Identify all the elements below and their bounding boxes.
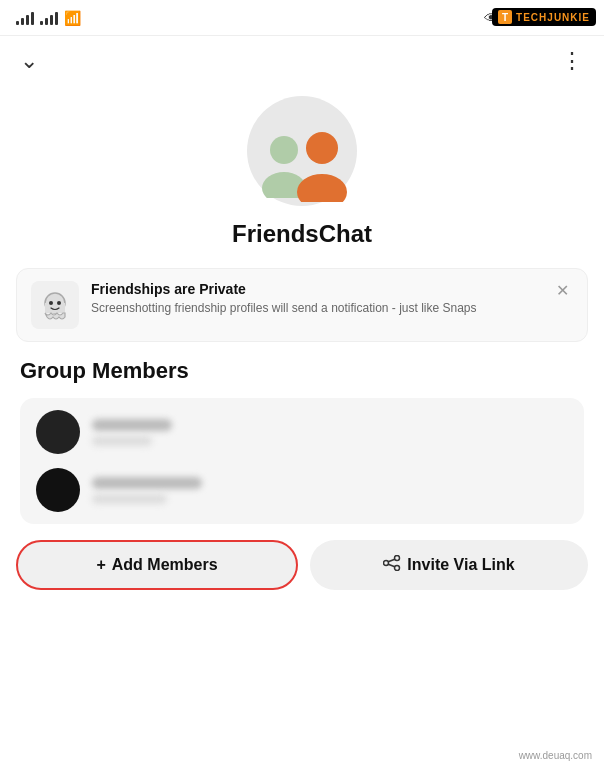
svg-line-11 [389,559,396,562]
group-avatar [247,96,357,206]
avatar-section: FriendsChat [0,86,604,268]
svg-line-12 [389,564,396,567]
member-info [92,477,568,504]
invite-via-link-label: Invite Via Link [407,556,514,574]
member-username [92,436,152,446]
svg-point-6 [49,301,53,305]
add-members-label: Add Members [112,556,218,574]
member-name [92,419,172,431]
brand-name: TECHJUNKIE [516,12,590,23]
member-info [92,419,568,446]
svg-point-3 [297,174,347,202]
invite-via-link-button[interactable]: Invite Via Link [310,540,588,590]
member-list [20,398,584,524]
svg-point-8 [395,556,400,561]
members-section: Group Members [0,358,604,524]
notification-text: Friendships are Private Screenshotting f… [91,281,540,317]
bar1 [16,21,19,25]
signal-bars-1 [16,11,34,25]
list-item[interactable] [36,468,568,512]
group-name: FriendsChat [232,220,372,248]
members-title: Group Members [20,358,584,384]
nav-bar: ⌄ ⋮ [0,36,604,86]
chevron-down-icon[interactable]: ⌄ [20,48,38,74]
bar4 [55,12,58,25]
add-members-button[interactable]: + Add Members [16,540,298,590]
invite-share-icon [383,555,401,575]
bar4 [31,12,34,25]
svg-rect-5 [45,303,65,313]
status-left: 📶 [16,10,81,26]
avatar [36,410,80,454]
bar3 [50,15,53,25]
avatar-person-orange [291,130,353,202]
list-item[interactable] [36,410,568,454]
svg-point-9 [395,566,400,571]
notification-close-button[interactable]: ✕ [552,281,573,300]
signal-bars-2 [40,11,58,25]
more-options-icon[interactable]: ⋮ [561,48,584,74]
notification-title: Friendships are Private [91,281,540,297]
action-buttons: + Add Members Invite Via Link [0,540,604,590]
svg-point-2 [306,132,338,164]
avatar [36,468,80,512]
bar2 [21,18,24,25]
notification-icon [31,281,79,329]
svg-point-10 [384,561,389,566]
ghost-icon [37,287,73,323]
bottom-watermark: www.deuaq.com [519,750,592,761]
bar1 [40,21,43,25]
techjunkie-watermark: T TECHJUNKIE [492,8,596,26]
member-name [92,477,202,489]
add-members-plus-icon: + [96,556,105,574]
bar3 [26,15,29,25]
notification-description: Screenshotting friendship profiles will … [91,300,540,317]
member-username [92,494,167,504]
svg-point-7 [57,301,61,305]
app-container: ⌄ ⋮ FriendsChat [0,36,604,769]
notification-banner: Friendships are Private Screenshotting f… [16,268,588,342]
wifi-icon: 📶 [64,10,81,26]
bar2 [45,18,48,25]
t-logo: T [498,10,512,24]
